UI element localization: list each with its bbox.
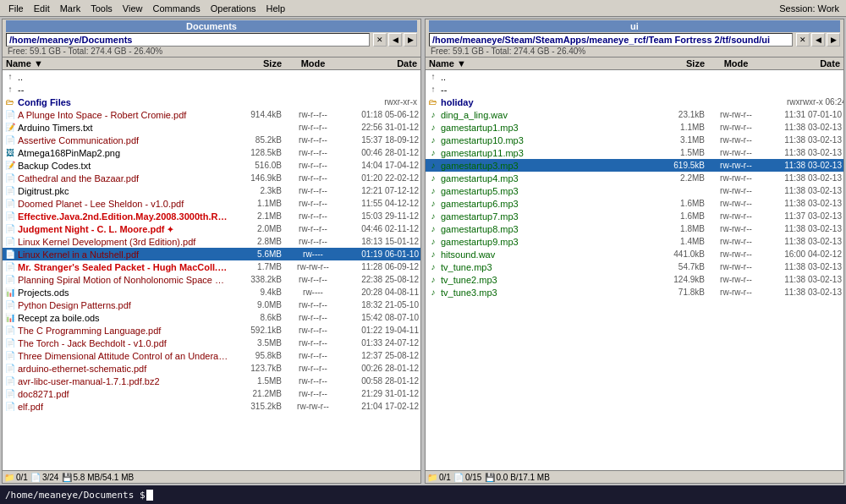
list-item[interactable]: 📄 elf.pdf 315.2kB rw-rw-r-- 21:04 17-02-… xyxy=(3,400,420,413)
list-item[interactable]: ♪ gamestartup3.mp3 619.5kB rw-rw-r-- 11:… xyxy=(426,159,843,172)
list-item[interactable]: 📄 Judgment Night - C. L. Moore.pdf✦ 2.0M… xyxy=(3,222,420,235)
list-item[interactable]: 📄 Planning Spiral Motion of Nonholonomic… xyxy=(3,273,420,286)
list-item[interactable]: 📄 The C Programming Language.pdf 592.1kB… xyxy=(3,324,420,337)
list-item[interactable]: 📄 Effective.Java.2nd.Edition.May.2008.30… xyxy=(3,210,420,222)
file-date: 11:38 03-02-13 xyxy=(766,288,842,297)
right-panel-copy-btn[interactable]: ✕ xyxy=(796,33,810,47)
right-col-name[interactable]: Name ▼ xyxy=(427,58,651,68)
list-item[interactable]: 📝 Backup Codes.txt 516.0B rw-r--r-- 14:0… xyxy=(3,159,420,172)
list-item[interactable]: 📄 Assertive Communication.pdf 85.2kB rw-… xyxy=(3,134,420,146)
list-item[interactable]: 📝 Arduino Timers.txt rw-r--r-- 22:56 31-… xyxy=(3,121,420,134)
file-name: hitsound.wav xyxy=(441,249,651,260)
list-item[interactable]: ↑ -- xyxy=(3,83,420,96)
file-size: 619.5kB xyxy=(651,161,706,170)
left-panel-path[interactable]: /home/meaneye/Documents xyxy=(6,33,370,47)
list-item[interactable]: 📊 Projects.ods 9.4kB rw---- 20:28 04-08-… xyxy=(3,286,420,299)
right-col-date[interactable]: Date xyxy=(766,58,842,68)
file-date: 01:33 24-07-12 xyxy=(343,338,419,348)
list-item[interactable]: 📊 Recept za boile.ods 8.6kB rw-r--r-- 15… xyxy=(3,311,420,324)
right-panel-header: ui /home/meaneye/Steam/SteamApps/meaneye… xyxy=(426,19,843,58)
right-status-dirs: 📁 0/1 xyxy=(427,472,451,482)
file-size: 5.6MB xyxy=(228,249,283,259)
left-col-date[interactable]: Date xyxy=(343,58,419,68)
list-item[interactable]: 📄 Python Design Patterns.pdf 9.0MB rw-r-… xyxy=(3,299,420,311)
file-name: gamestartup11.mp3 xyxy=(441,148,651,158)
left-status-dirs: 📁 0/1 xyxy=(4,472,28,482)
list-item[interactable]: ↑ -- xyxy=(426,83,843,96)
list-item[interactable]: ♪ gamestartup7.mp3 1.6MB rw-rw-r-- 11:37… xyxy=(426,210,843,222)
left-col-size[interactable]: Size xyxy=(228,58,283,68)
left-panel-copy-btn[interactable]: ✕ xyxy=(373,33,387,47)
menu-operations[interactable]: Operations xyxy=(206,3,261,14)
list-item[interactable]: ♪ gamestartup6.mp3 1.6MB rw-rw-r-- 11:38… xyxy=(426,197,843,210)
file-date: 11:38 03-02-13 xyxy=(766,237,842,246)
file-date: 15:03 29-11-12 xyxy=(343,211,419,221)
list-item[interactable]: 🗁 Config Files rwxr-xr-x xyxy=(3,96,420,108)
left-panel-nav-back[interactable]: ◀ xyxy=(388,33,402,47)
list-item[interactable]: ↑ .. xyxy=(426,70,843,83)
right-col-size[interactable]: Size xyxy=(651,58,706,68)
file-name: Projects.ods xyxy=(18,288,228,298)
list-item[interactable]: 🖼 Atmega168PinMap2.png 128.5kB rw-r--r--… xyxy=(3,146,420,159)
list-item[interactable]: 📄 doc8271.pdf 21.2MB rw-r--r-- 21:29 31-… xyxy=(3,387,420,400)
list-item[interactable]: 📄 Digitrust.pkc 2.3kB rw-r--r-- 12:21 07… xyxy=(3,184,420,197)
left-file-list[interactable]: ↑ .. ↑ -- 🗁 Config Files rwxr-xr-x 📄 A P… xyxy=(3,70,420,470)
left-panel-nav-fwd[interactable]: ▶ xyxy=(404,33,417,47)
file-icon-audio: ♪ xyxy=(427,122,439,134)
menu-tools[interactable]: Tools xyxy=(85,3,118,14)
list-item[interactable]: ♪ gamestartup1.mp3 1.1MB rw-rw-r-- 11:38… xyxy=(426,121,843,134)
file-icon-audio: ♪ xyxy=(427,109,439,121)
file-size: 124.9kB xyxy=(651,275,706,284)
list-item[interactable]: ↑ .. xyxy=(3,70,420,83)
menu-edit[interactable]: Edit xyxy=(29,3,55,14)
left-col-headers: Name ▼ Size Mode Date xyxy=(3,58,420,70)
file-name: Arduino Timers.txt xyxy=(18,123,228,133)
list-item[interactable]: 📄 arduino-ethernet-schematic.pdf 123.7kB… xyxy=(3,362,420,375)
list-item[interactable]: ♪ tv_tune3.mp3 71.8kB rw-rw-r-- 11:38 03… xyxy=(426,286,843,299)
list-item[interactable]: ♪ gamestartup10.mp3 3.1MB rw-rw-r-- 11:3… xyxy=(426,134,843,146)
left-col-mode[interactable]: Mode xyxy=(283,58,343,68)
left-col-name[interactable]: Name ▼ xyxy=(4,58,228,68)
list-item[interactable]: ♪ gamestartup5.mp3 rw-rw-r-- 11:38 03-02… xyxy=(426,184,843,197)
list-item[interactable]: 🗁 holiday rwxrwxr-x 06:24 07-12-12 xyxy=(426,96,843,108)
list-item[interactable]: ♪ gamestartup9.mp3 1.4MB rw-rw-r-- 11:38… xyxy=(426,235,843,248)
file-size: 1.4MB xyxy=(651,237,706,246)
list-item[interactable]: 📄 Mr. Stranger's Sealed Packet - Hugh Ma… xyxy=(3,260,420,273)
list-item[interactable]: 📄 Three Dimensional Attitude Control of … xyxy=(3,349,420,362)
list-item[interactable]: ♪ ding_a_ling.wav 23.1kB rw-rw-r-- 11:31… xyxy=(426,108,843,121)
list-item[interactable]: ♪ tv_tune.mp3 54.7kB rw-rw-r-- 11:38 03-… xyxy=(426,260,843,273)
menu-mark[interactable]: Mark xyxy=(55,3,85,14)
list-item[interactable]: ♪ hitsound.wav 441.0kB rw-rw-r-- 16:00 0… xyxy=(426,248,843,260)
menu-view[interactable]: View xyxy=(118,3,148,14)
right-col-mode[interactable]: Mode xyxy=(706,58,766,68)
right-panel-nav-back[interactable]: ◀ xyxy=(811,33,825,47)
menu-file[interactable]: File xyxy=(3,3,29,14)
list-item[interactable]: 📄 A Plunge Into Space - Robert Cromie.pd… xyxy=(3,108,420,121)
star-marker: ✦ xyxy=(167,225,173,234)
right-panel-path[interactable]: /home/meaneye/Steam/SteamApps/meaneye_rc… xyxy=(429,33,793,47)
file-size: 592.1kB xyxy=(228,326,283,335)
right-panel-nav-fwd[interactable]: ▶ xyxy=(827,33,840,47)
file-date: 11:38 03-02-13 xyxy=(766,161,842,170)
list-item[interactable]: 📄 avr-libc-user-manual-1.7.1.pdf.bz2 1.5… xyxy=(3,375,420,387)
list-item[interactable]: ♪ tv_tune2.mp3 124.9kB rw-rw-r-- 11:38 0… xyxy=(426,273,843,286)
file-icon-audio: ♪ xyxy=(427,185,439,197)
left-panel-header: Documents /home/meaneye/Documents ✕ ◀ ▶ … xyxy=(3,19,420,58)
file-date: 11:28 06-09-12 xyxy=(343,262,419,271)
menu-commands[interactable]: Commands xyxy=(148,3,206,14)
file-date: 16:00 04-02-12 xyxy=(766,249,842,259)
list-item[interactable]: 📄 Linux Kernel in a Nutshell.pdf 5.6MB r… xyxy=(3,248,420,260)
menu-help[interactable]: Help xyxy=(261,3,291,14)
file-size: 441.0kB xyxy=(651,249,706,259)
file-name: A Plunge Into Space - Robert Cromie.pdf xyxy=(18,110,228,120)
list-item[interactable]: ♪ gamestartup4.mp3 2.2MB rw-rw-r-- 11:38… xyxy=(426,172,843,184)
file-mode: rw-rw-r-- xyxy=(706,249,766,259)
list-item[interactable]: ♪ gamestartup8.mp3 1.8MB rw-rw-r-- 11:38… xyxy=(426,222,843,235)
list-item[interactable]: 📄 The Torch - Jack Bechdolt - v1.0.pdf 3… xyxy=(3,337,420,349)
list-item[interactable]: 📄 Linux Kernel Development (3rd Edition)… xyxy=(3,235,420,248)
list-item[interactable]: ♪ gamestartup11.mp3 1.5MB rw-rw-r-- 11:3… xyxy=(426,146,843,159)
right-file-list[interactable]: ↑ .. ↑ -- 🗁 holiday rwxrwxr-x 06:24 07-1… xyxy=(426,70,843,470)
file-size: 1.1MB xyxy=(651,123,706,132)
list-item[interactable]: 📄 Cathedral and the Bazaar.pdf 146.9kB r… xyxy=(3,172,420,184)
list-item[interactable]: 📄 Doomed Planet - Lee Sheldon - v1.0.pdf… xyxy=(3,197,420,210)
